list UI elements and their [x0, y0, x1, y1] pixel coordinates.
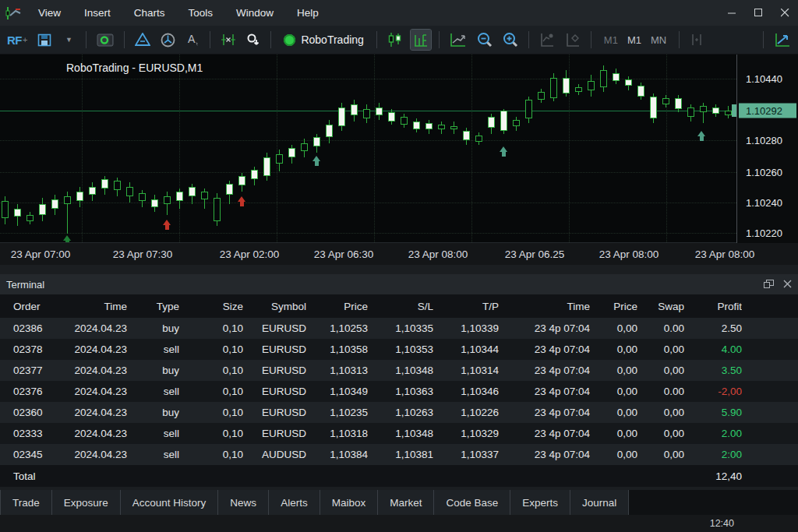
candle — [438, 125, 445, 129]
save-chart-icon — [37, 33, 51, 47]
buy-arrow — [500, 146, 508, 157]
table-row[interactable]: 023862024.04.23buy0,10EURUSD1,102531,103… — [0, 318, 798, 339]
column-header-time[interactable]: Time — [64, 301, 127, 312]
cell: 02376 — [9, 386, 64, 397]
arrow-head — [163, 220, 171, 225]
zoom-in-button[interactable] — [500, 30, 521, 50]
menu-item-charts[interactable]: Charts — [122, 0, 177, 26]
table-row[interactable]: 023452024.04.23sell0,10AUDUSD1,103841,10… — [0, 444, 798, 465]
column-header-s-l[interactable]: S/L — [368, 301, 433, 312]
line-chart-button[interactable] — [447, 30, 469, 50]
tab-alerts[interactable]: Alerts — [269, 490, 320, 515]
column-header-order[interactable]: Order — [9, 301, 64, 312]
price-axis-label: 1.10440 — [746, 73, 782, 85]
candle — [637, 86, 644, 97]
new-order-button[interactable] — [244, 30, 263, 50]
tab-trade[interactable]: Trade — [0, 490, 52, 515]
cell: sell — [127, 344, 179, 355]
tab-account-history[interactable]: Account History — [121, 490, 219, 515]
indicators-icon — [539, 32, 555, 48]
close-button[interactable] — [772, 0, 798, 26]
tab-code-base[interactable]: Code Base — [434, 490, 510, 515]
zoom-out-button[interactable] — [475, 30, 495, 50]
templates-button[interactable] — [687, 30, 706, 50]
save-chart-button[interactable] — [35, 30, 54, 50]
tab-journal[interactable]: Journal — [570, 490, 629, 515]
new-order-rf-button[interactable]: RF + — [5, 30, 30, 50]
menu-item-view[interactable]: View — [26, 0, 72, 26]
candle — [725, 111, 732, 115]
bar-chart-button[interactable] — [411, 30, 431, 50]
clock-tool-button[interactable] — [158, 30, 178, 50]
price-axis[interactable]: 1.104401.102801.102601.102401.102201.102… — [736, 55, 798, 243]
column-header-size[interactable]: Size — [179, 301, 243, 312]
table-row[interactable]: 023772024.04.23buy0,10EURUSD1,103131,103… — [0, 360, 798, 381]
tab-experts[interactable]: Experts — [510, 490, 570, 515]
tab-maibox[interactable]: Maibox — [320, 490, 379, 515]
toolbar-separator — [210, 31, 210, 48]
save-dropdown-button[interactable]: ▼ — [59, 30, 78, 50]
bar-chart-icon — [413, 32, 429, 48]
indicators-button[interactable] — [537, 30, 557, 50]
plot-area[interactable]: RoboTrading - EURUSD,M1 — [0, 55, 736, 243]
tab-market[interactable]: Market — [378, 490, 434, 515]
auto-scroll-button[interactable] — [772, 30, 793, 50]
timeframe-button-m1-0[interactable]: M1 — [599, 34, 623, 46]
column-header-symbol[interactable]: Symbol — [243, 301, 306, 312]
cell: 0,10 — [179, 365, 243, 376]
table-row[interactable]: 023602024.04.23buy0,10EURUSD1,102351,102… — [0, 402, 798, 423]
cell: 1,10358 — [306, 344, 368, 355]
cell: sell — [127, 386, 179, 397]
column-header-t-p[interactable]: T/P — [433, 301, 499, 312]
table-row[interactable]: 023782024.04.23sell0,10EURUSD1,103581,10… — [0, 339, 798, 360]
terminal-close-icon[interactable] — [783, 279, 792, 291]
minimize-button[interactable] — [719, 0, 745, 26]
column-header-price[interactable]: Price — [590, 301, 637, 312]
cell: -2,00 — [684, 386, 742, 397]
menu-item-window[interactable]: Window — [224, 0, 285, 26]
cell: 2024.04.23 — [64, 428, 127, 439]
text-label-button[interactable]: A — [183, 30, 202, 50]
cell: 0,00 — [590, 449, 637, 460]
chart-title: RoboTrading - EURUSD,M1 — [66, 62, 203, 74]
price-axis-label: 1.10220 — [746, 227, 782, 239]
gridline — [0, 233, 736, 234]
timeframe-button-mn-2[interactable]: MN — [646, 34, 671, 46]
expert-advisor-button[interactable]: RoboTrading — [279, 30, 368, 50]
menu-item-insert[interactable]: Insert — [72, 0, 122, 26]
cell: 0.00 — [637, 322, 684, 334]
cell: 23 4p 07:04 — [499, 407, 590, 418]
terminal-float-icon[interactable] — [764, 279, 774, 291]
crosshair-button[interactable] — [218, 30, 238, 50]
cell: 02360 — [9, 407, 64, 418]
periods-button[interactable] — [563, 30, 583, 50]
chart-window-button[interactable] — [94, 30, 116, 50]
column-header-price[interactable]: Price — [306, 301, 368, 312]
time-axis[interactable]: 23 Apr 07:0023 Apr 07:3023 Apr 02:0023 A… — [0, 243, 798, 265]
candlestick-chart-button[interactable] — [385, 30, 405, 50]
table-row[interactable]: 023762024.04.23sell0,10EURUSD1,103491,10… — [0, 381, 798, 402]
table-row[interactable]: 023332024.04.23sell0,10EURUSD1,103181,10… — [0, 423, 798, 444]
column-header-profit[interactable]: Profit — [684, 301, 742, 312]
candle — [189, 187, 196, 196]
tab-news[interactable]: News — [218, 490, 269, 515]
cell: 1,10344 — [433, 344, 499, 355]
timeframe-button-m1-1[interactable]: M1 — [623, 34, 646, 46]
toolbar-separator — [591, 31, 591, 48]
maximize-button[interactable] — [745, 0, 772, 26]
cursor-tool-button[interactable] — [132, 30, 153, 50]
column-header-type[interactable]: Type — [127, 301, 179, 312]
menu-item-help[interactable]: Help — [285, 0, 330, 26]
candle — [139, 193, 146, 201]
toolbar-separator — [439, 31, 440, 48]
menu-item-tools[interactable]: Tools — [177, 0, 225, 26]
candle — [388, 112, 395, 122]
tab-exposure[interactable]: Exposure — [52, 490, 121, 515]
column-header-time[interactable]: Time — [499, 301, 590, 312]
cell: 0,00 — [637, 407, 684, 418]
toolbar-separator — [124, 31, 125, 48]
cell: 1,10318 — [306, 428, 368, 439]
column-header-swap[interactable]: Swap — [637, 301, 684, 312]
time-axis-label: 23 Apr 06:30 — [314, 248, 374, 260]
status-time: 12:40 — [710, 518, 734, 529]
